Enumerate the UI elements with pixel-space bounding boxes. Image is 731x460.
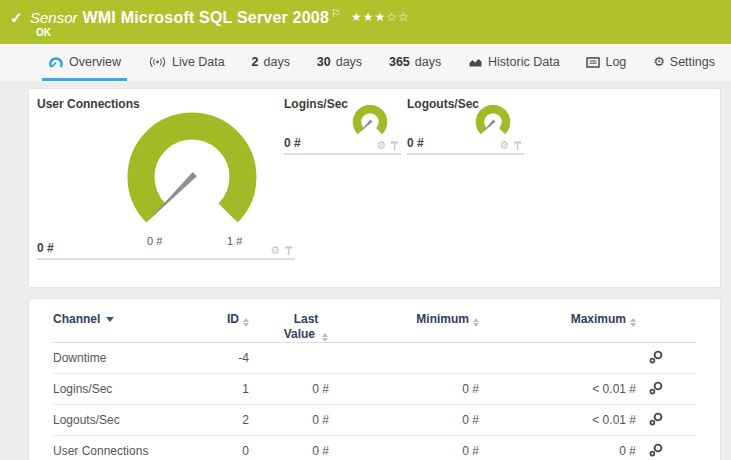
column-header-maximum[interactable]: Maximum xyxy=(479,312,636,327)
cell-minimum: 0 # xyxy=(329,382,479,396)
cell-last-value: 0 # xyxy=(249,382,329,396)
gauge-current-value: 0 # xyxy=(284,136,301,150)
sort-icon xyxy=(630,318,636,327)
pin-icon[interactable] xyxy=(284,246,293,256)
gauge-dial xyxy=(117,105,267,250)
tab-settings[interactable]: ⚙ Settings xyxy=(647,54,721,81)
column-header-id[interactable]: ID xyxy=(191,312,249,327)
cell-channel[interactable]: Logouts/Sec xyxy=(53,413,191,427)
cell-id: 0 xyxy=(191,444,249,458)
sort-desc-icon xyxy=(106,317,114,322)
tab-label: days xyxy=(264,55,290,69)
gauge-settings-icon[interactable]: ⚙ xyxy=(270,244,280,257)
table-header-row: Channel ID Last Value Minimum Maximum xyxy=(53,299,696,343)
cell-last-value: 0 # xyxy=(249,444,329,458)
gauge-scale-max: 1 # xyxy=(227,235,242,247)
gauge-current-value: 0 # xyxy=(37,241,54,255)
gauge-logins-sec: Logins/Sec 0 # ⚙ xyxy=(284,97,401,155)
column-header-minimum[interactable]: Minimum xyxy=(329,312,479,327)
live-signal-icon xyxy=(148,56,167,68)
gauge-scale-min: 0 # xyxy=(147,235,162,247)
tab-number: 30 xyxy=(317,55,331,69)
priority-stars[interactable]: ★★★☆☆ xyxy=(351,10,410,24)
sensor-title: WMI Microsoft SQL Server 2008 xyxy=(83,9,329,26)
edit-channel-icon[interactable] xyxy=(648,380,664,399)
gauges-panel: User Connections 0 # 1 # 0 # ⚙ Logins/Se… xyxy=(28,88,721,288)
column-header-last-value[interactable]: Last Value xyxy=(249,312,329,342)
cell-maximum: < 0.01 # xyxy=(479,413,636,427)
tab-label: Overview xyxy=(69,55,121,69)
tab-label: Historic Data xyxy=(488,55,560,69)
tab-365-days[interactable]: 365 days xyxy=(383,55,447,81)
gauge-user-connections: User Connections 0 # 1 # 0 # ⚙ xyxy=(37,97,295,260)
sensor-title-line: SensorWMI Microsoft SQL Server 2008⚐★★★☆… xyxy=(30,7,410,27)
cell-channel[interactable]: Logins/Sec xyxy=(53,382,191,396)
tab-label: Live Data xyxy=(172,55,225,69)
gauge-current-value: 0 # xyxy=(407,136,424,150)
table-row-logouts-sec[interactable]: Logouts/Sec 2 0 # 0 # < 0.01 # xyxy=(53,405,696,436)
sensor-header: ✓ SensorWMI Microsoft SQL Server 2008⚐★★… xyxy=(0,0,731,44)
table-row-user-connections[interactable]: User Connections 0 0 # 0 # 0 # xyxy=(53,436,696,460)
cell-maximum: 0 # xyxy=(479,444,636,458)
cell-id: 2 xyxy=(191,413,249,427)
table-row-logins-sec[interactable]: Logins/Sec 1 0 # 0 # < 0.01 # xyxy=(53,374,696,405)
tab-label: days xyxy=(415,55,441,69)
tab-live-data[interactable]: Live Data xyxy=(142,55,231,81)
stars-filled[interactable]: ★★★ xyxy=(351,10,386,24)
cell-last-value: 0 # xyxy=(249,413,329,427)
edit-channel-icon[interactable] xyxy=(648,349,664,368)
edit-channel-icon[interactable] xyxy=(648,411,664,430)
cell-channel[interactable]: Downtime xyxy=(53,351,191,365)
tab-bar: Overview Live Data 2 days 30 days 365 da… xyxy=(0,44,731,81)
log-list-icon xyxy=(586,57,600,68)
pin-icon[interactable] xyxy=(390,141,399,151)
cell-id: -4 xyxy=(191,351,249,365)
cell-minimum: 0 # xyxy=(329,413,479,427)
cell-channel[interactable]: User Connections xyxy=(53,444,191,458)
edit-channel-icon[interactable] xyxy=(648,442,664,460)
gauge-settings-icon[interactable]: ⚙ xyxy=(499,139,509,152)
pin-icon[interactable] xyxy=(513,141,522,151)
tab-historic-data[interactable]: Historic Data xyxy=(462,55,566,81)
stars-empty[interactable]: ☆☆ xyxy=(386,10,410,24)
gauge-settings-icon[interactable]: ⚙ xyxy=(376,139,386,152)
tab-30-days[interactable]: 30 days xyxy=(311,55,368,81)
sort-icon xyxy=(322,333,328,342)
flag-icon[interactable]: ⚐ xyxy=(331,7,341,19)
cell-minimum: 0 # xyxy=(329,444,479,458)
tab-number: 2 xyxy=(252,55,259,69)
tab-overview[interactable]: Overview xyxy=(42,55,127,81)
tab-label: Log xyxy=(605,55,626,69)
gauge-logouts-sec: Logouts/Sec 0 # ⚙ xyxy=(407,97,524,155)
table-row-downtime[interactable]: Downtime -4 xyxy=(53,343,696,374)
cell-maximum: < 0.01 # xyxy=(479,382,636,396)
tab-number: 365 xyxy=(389,55,410,69)
sensor-status-badge: OK xyxy=(36,27,51,38)
tab-log[interactable]: Log xyxy=(580,55,632,81)
sensor-kind-label: Sensor xyxy=(30,9,78,26)
status-ok-check-icon: ✓ xyxy=(10,9,23,27)
tab-label: days xyxy=(336,55,362,69)
column-header-channel[interactable]: Channel xyxy=(53,312,191,326)
tab-label: Settings xyxy=(670,55,715,69)
tab-2-days[interactable]: 2 days xyxy=(246,55,296,81)
area-chart-icon xyxy=(468,56,483,68)
cell-id: 1 xyxy=(191,382,249,396)
channel-table-panel: Channel ID Last Value Minimum Maximum Do… xyxy=(28,298,721,460)
gauge-icon xyxy=(48,56,64,69)
gear-icon: ⚙ xyxy=(653,54,665,69)
